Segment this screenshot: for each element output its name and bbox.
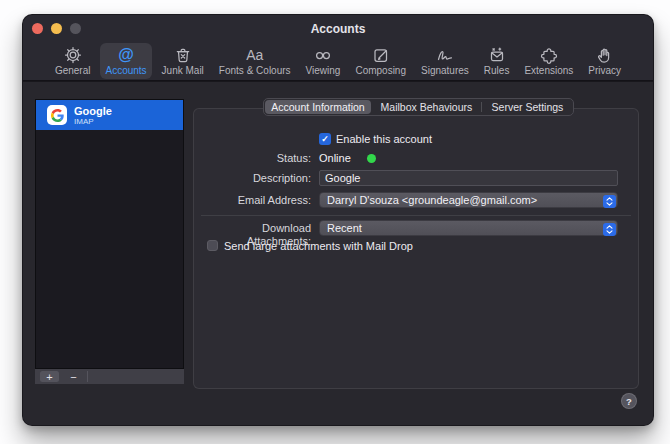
toolbar-label: Extensions xyxy=(524,65,573,76)
add-account-button[interactable]: + xyxy=(40,371,59,382)
signature-icon xyxy=(435,45,455,65)
toolbar-item-rules[interactable]: Rules xyxy=(479,43,515,79)
email-address-value: Darryl D'souza <groundeagle@gmail.com> xyxy=(327,194,537,206)
divider xyxy=(201,215,631,216)
fonts-icon: Aa xyxy=(246,45,263,65)
mail-drop-label: Send large attachments with Mail Drop xyxy=(224,240,413,252)
toolbar-label: Rules xyxy=(484,65,510,76)
gear-icon xyxy=(63,45,83,65)
toolbar-item-composing[interactable]: Composing xyxy=(350,43,411,79)
enable-account-checkbox[interactable]: ✓ xyxy=(319,133,331,145)
toolbar-item-junk-mail[interactable]: Junk Mail xyxy=(157,43,209,79)
toolbar-label: Signatures xyxy=(421,65,469,76)
description-label: Description: xyxy=(199,172,311,185)
online-status-dot-icon xyxy=(367,154,376,163)
description-input[interactable]: Google xyxy=(319,170,618,186)
tab-mailbox-behaviours[interactable]: Mailbox Behaviours xyxy=(372,99,481,115)
toolbar-item-signatures[interactable]: Signatures xyxy=(416,43,474,79)
download-attachments-dropdown[interactable]: Recent xyxy=(319,220,618,236)
toolbar-item-fonts-colours[interactable]: Aa Fonts & Colours xyxy=(214,43,296,79)
remove-account-button[interactable]: − xyxy=(64,371,83,382)
toolbar-label: Fonts & Colours xyxy=(219,65,291,76)
trash-icon xyxy=(173,45,193,65)
toolbar-label: Viewing xyxy=(306,65,341,76)
mail-drop-checkbox[interactable] xyxy=(207,240,218,251)
popup-arrows-icon xyxy=(603,223,616,236)
email-address-dropdown[interactable]: Darryl D'souza <groundeagle@gmail.com> xyxy=(319,192,618,208)
tab-account-information[interactable]: Account Information xyxy=(265,100,371,114)
checkmark-icon: ✓ xyxy=(321,135,329,144)
window-title: Accounts xyxy=(23,22,653,36)
toolbar-label: General xyxy=(55,65,91,76)
preferences-toolbar: General @ Accounts Junk Mail Aa Fonts & xyxy=(23,41,653,81)
divider xyxy=(87,371,88,382)
account-list-item-google[interactable]: Google IMAP xyxy=(36,100,183,130)
tab-server-settings[interactable]: Server Settings xyxy=(482,99,573,115)
toolbar-item-general[interactable]: General xyxy=(50,43,96,79)
glasses-icon xyxy=(313,45,333,65)
popup-arrows-icon xyxy=(603,195,616,208)
toolbar-item-accounts[interactable]: @ Accounts xyxy=(100,43,151,79)
enable-account-label: Enable this account xyxy=(336,133,432,145)
status-label: Status: xyxy=(199,152,311,165)
account-name: Google xyxy=(74,105,112,117)
puzzle-icon xyxy=(539,45,559,65)
download-attachments-value: Recent xyxy=(327,222,362,234)
account-list: Google IMAP xyxy=(35,99,184,369)
toolbar-item-privacy[interactable]: Privacy xyxy=(583,43,626,79)
preferences-window: Accounts General @ Accounts xyxy=(22,14,654,426)
at-icon: @ xyxy=(118,45,134,65)
google-logo-icon xyxy=(47,105,67,125)
toolbar-label: Junk Mail xyxy=(162,65,204,76)
titlebar: Accounts xyxy=(23,15,653,41)
toolbar-label: Composing xyxy=(355,65,406,76)
help-button[interactable]: ? xyxy=(621,393,637,409)
toolbar-label: Accounts xyxy=(105,65,146,76)
envelope-icon xyxy=(487,45,507,65)
tab-bar: Account Information Mailbox Behaviours S… xyxy=(263,98,574,116)
toolbar-item-extensions[interactable]: Extensions xyxy=(519,43,578,79)
toolbar-item-viewing[interactable]: Viewing xyxy=(301,43,346,79)
email-address-label: Email Address: xyxy=(199,194,311,207)
account-list-actions: + − xyxy=(35,369,184,384)
content-area: Google IMAP + − Account Information Mail… xyxy=(23,81,653,425)
compose-icon xyxy=(371,45,391,65)
status-value: Online xyxy=(319,152,351,165)
toolbar-label: Privacy xyxy=(588,65,621,76)
account-protocol: IMAP xyxy=(74,117,112,126)
description-value: Google xyxy=(325,172,360,184)
hand-icon xyxy=(595,45,615,65)
